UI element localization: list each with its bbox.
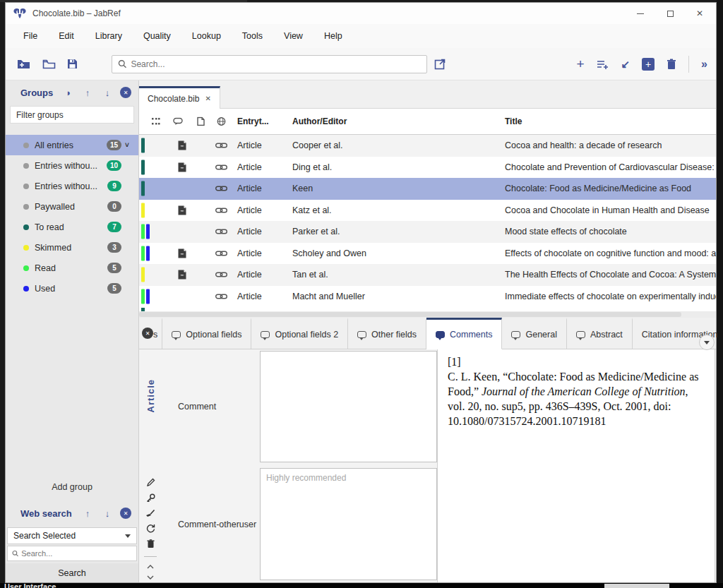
minimize-button[interactable] <box>635 8 645 18</box>
group-skimmed[interactable]: Skimmed 3 <box>6 237 138 258</box>
link-icon[interactable] <box>215 250 227 257</box>
chevron-down-icon[interactable]: ˅ <box>121 141 133 149</box>
author-header[interactable]: Author/Editor <box>292 116 347 126</box>
fetcher-select[interactable]: Search Selected <box>7 527 137 544</box>
pencil-icon[interactable] <box>146 478 155 487</box>
menu-tools[interactable]: Tools <box>242 31 263 41</box>
table-row[interactable]: Article Cooper et al. Cocoa and health: … <box>139 135 716 157</box>
table-row[interactable]: Article Ding et al. Chocolate and Preven… <box>139 157 716 179</box>
pdf-file-icon[interactable] <box>178 140 186 150</box>
link-icon[interactable] <box>215 164 227 171</box>
web-search-button[interactable]: Search <box>6 563 138 582</box>
global-search-input[interactable] <box>131 59 421 69</box>
pdf-file-icon[interactable] <box>178 205 186 215</box>
group-label: Read <box>35 263 107 273</box>
group-read[interactable]: Read 5 <box>6 258 138 278</box>
tab-optional-fields[interactable]: Optional fields <box>162 318 251 349</box>
menu-help[interactable]: Help <box>324 31 342 41</box>
menu-view[interactable]: View <box>284 31 303 41</box>
web-search-input[interactable] <box>21 549 132 558</box>
comment-textarea[interactable] <box>260 351 437 462</box>
entrytype-header[interactable]: Entryt... <box>237 116 269 126</box>
comment-column-icon[interactable] <box>173 118 184 126</box>
chevron-down-icon <box>125 534 131 538</box>
tab-close-icon[interactable]: ✕ <box>205 95 210 102</box>
library-tab-chocolate[interactable]: Chocolate.bib ✕ <box>139 86 220 109</box>
add-entry-button-icon[interactable]: + <box>642 58 655 71</box>
tab-abstract[interactable]: Abstract <box>567 318 633 349</box>
new-entry-from-list-icon[interactable] <box>597 59 609 69</box>
new-entry-icon[interactable]: + <box>576 57 584 71</box>
new-library-icon[interactable] <box>17 59 31 69</box>
comment-otheruser-textarea[interactable] <box>260 468 437 580</box>
tab-truncated-first[interactable]: s <box>153 318 162 349</box>
link-icon[interactable] <box>215 185 227 192</box>
close-button[interactable]: ✕ <box>695 8 705 18</box>
pdf-file-icon[interactable] <box>178 162 186 172</box>
groups-move-down-icon[interactable]: ↓ <box>97 88 117 98</box>
open-library-icon[interactable] <box>42 59 56 69</box>
web-search-move-down-icon[interactable]: ↓ <box>97 508 117 519</box>
group-paywalled[interactable]: Paywalled 0 <box>6 196 138 217</box>
chevron-up-icon[interactable] <box>147 565 154 569</box>
menu-lookup[interactable]: Lookup <box>192 31 221 41</box>
menu-file[interactable]: File <box>23 31 37 41</box>
pdf-file-icon[interactable] <box>178 270 186 280</box>
group-entries-without-1[interactable]: Entries withou... 10 <box>6 155 138 176</box>
global-search-box[interactable] <box>112 55 427 73</box>
import-arrow-icon[interactable]: ↙ <box>621 58 631 71</box>
pdf-file-icon[interactable] <box>178 248 186 258</box>
group-to-read[interactable]: To read 7 <box>6 217 138 237</box>
link-icon[interactable] <box>215 142 227 149</box>
refresh-icon[interactable] <box>146 524 155 533</box>
grouping-column-icon[interactable] <box>152 117 161 126</box>
tab-comments[interactable]: Comments <box>426 318 502 349</box>
delete-entry-icon[interactable] <box>667 59 676 70</box>
filter-groups-input[interactable] <box>16 110 128 120</box>
entry-editor-close[interactable]: ✕ <box>139 318 153 349</box>
group-all-entries[interactable]: All entries 15 ˅ <box>6 135 138 155</box>
url-column-icon[interactable] <box>217 117 226 126</box>
link-icon[interactable] <box>215 293 227 300</box>
filter-groups-box[interactable] <box>10 106 134 124</box>
tab-optional-fields-2[interactable]: Optional fields 2 <box>251 318 348 349</box>
delete-field-icon[interactable] <box>147 539 155 548</box>
table-row[interactable]: Article Macht and Mueller Immediate effe… <box>139 286 716 308</box>
groups-close-icon[interactable]: ✕ <box>120 87 131 98</box>
tab-other-fields[interactable]: Other fields <box>348 318 426 349</box>
table-row[interactable]: Article Scholey and Owen Effects of choc… <box>139 243 716 265</box>
close-icon[interactable]: ✕ <box>142 328 153 339</box>
tab-overflow-button[interactable] <box>699 335 715 350</box>
menu-edit[interactable]: Edit <box>59 31 74 41</box>
table-row[interactable]: Article Parker et al. Mood state effects… <box>139 221 716 243</box>
table-row[interactable]: Article Katz et al. Cocoa and Chocolate … <box>139 200 716 222</box>
menu-quality[interactable]: Quality <box>143 31 171 41</box>
link-icon[interactable] <box>215 207 227 214</box>
web-search-move-up-icon[interactable]: ↑ <box>78 508 97 519</box>
groups-intersection-icon[interactable]: ◑ <box>58 88 78 98</box>
add-group-button[interactable]: Add group <box>6 477 138 497</box>
link-icon[interactable] <box>215 228 227 235</box>
file-column-icon[interactable] <box>197 117 205 126</box>
groups-move-up-icon[interactable]: ↑ <box>78 88 97 98</box>
group-used[interactable]: Used 5 <box>6 278 138 299</box>
brush-icon[interactable] <box>145 509 155 517</box>
toolbar-overflow-icon[interactable]: » <box>701 58 707 71</box>
tab-general[interactable]: General <box>502 318 566 349</box>
save-library-icon[interactable] <box>67 59 78 69</box>
title-header[interactable]: Title <box>505 116 522 126</box>
menu-library[interactable]: Library <box>95 31 122 41</box>
web-search-close-icon[interactable]: ✕ <box>120 508 131 519</box>
author-cell: Keen <box>292 184 313 193</box>
web-search-box[interactable] <box>7 546 137 561</box>
maximize-button[interactable] <box>665 8 675 18</box>
key-icon[interactable] <box>146 493 155 503</box>
chevron-down-icon[interactable] <box>147 575 154 580</box>
table-horizontal-scrollbar[interactable] <box>139 311 716 318</box>
link-icon[interactable] <box>215 271 227 278</box>
table-row-selected[interactable]: Article Keen Chocolate: Food as Medicine… <box>139 178 716 200</box>
scrollbar-thumb[interactable] <box>139 312 681 317</box>
table-row[interactable]: Article Tan et al. The Health Effects of… <box>139 264 716 286</box>
group-entries-without-2[interactable]: Entries withou... 9 <box>6 176 138 196</box>
open-search-window-icon[interactable] <box>434 58 446 70</box>
